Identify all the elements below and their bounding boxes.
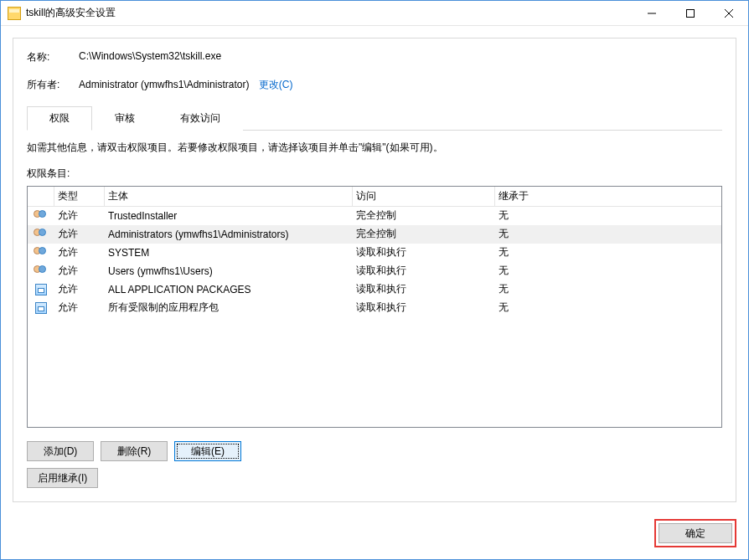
edit-button[interactable]: 编辑(E) bbox=[174, 441, 241, 461]
tab-strip: 权限 审核 有效访问 bbox=[27, 105, 722, 131]
cell-access: 完全控制 bbox=[353, 208, 495, 223]
list-header: 类型 主体 访问 继承于 bbox=[28, 187, 721, 207]
tab-permissions[interactable]: 权限 bbox=[27, 106, 92, 131]
col-access[interactable]: 访问 bbox=[353, 187, 495, 206]
content-area: 名称: C:\Windows\System32\tskill.exe 所有者: … bbox=[1, 26, 748, 514]
cell-principal: Administrators (ymwfhs1\Administrators) bbox=[105, 229, 353, 240]
col-icon bbox=[28, 187, 54, 206]
cell-inherit: 无 bbox=[495, 282, 721, 296]
col-principal[interactable]: 主体 bbox=[105, 187, 353, 206]
table-row[interactable]: 允许Administrators (ymwfhs1\Administrators… bbox=[28, 225, 721, 244]
list-body: 允许TrustedInstaller完全控制无允许Administrators … bbox=[28, 207, 721, 427]
cell-type: 允许 bbox=[54, 245, 105, 259]
entries-label: 权限条目: bbox=[27, 167, 722, 181]
cell-access: 读取和执行 bbox=[353, 301, 495, 315]
cell-access: 完全控制 bbox=[353, 227, 495, 241]
table-row[interactable]: 允许SYSTEM读取和执行无 bbox=[28, 244, 721, 262]
enable-inherit-button[interactable]: 启用继承(I) bbox=[27, 468, 98, 488]
advanced-security-window: tskill的高级安全设置 名称: C:\Windows\System32\ts… bbox=[0, 0, 749, 560]
name-row: 名称: C:\Windows\System32\tskill.exe bbox=[27, 50, 722, 64]
cell-type: 允许 bbox=[54, 282, 105, 296]
appx-icon bbox=[28, 302, 54, 314]
cell-principal: ALL APPLICATION PACKAGES bbox=[105, 284, 353, 295]
owner-label: 所有者: bbox=[27, 78, 79, 92]
close-button[interactable] bbox=[710, 1, 748, 26]
cell-principal: TrustedInstaller bbox=[105, 210, 353, 222]
dialog-footer: 确定 bbox=[1, 514, 748, 559]
add-button[interactable]: 添加(D) bbox=[27, 441, 94, 461]
name-value: C:\Windows\System32\tskill.exe bbox=[79, 50, 221, 64]
window-title: tskill的高级安全设置 bbox=[26, 6, 633, 20]
col-inherit[interactable]: 继承于 bbox=[495, 187, 721, 206]
permissions-list[interactable]: 类型 主体 访问 继承于 允许TrustedInstaller完全控制无允许Ad… bbox=[27, 186, 722, 428]
tab-effective-access[interactable]: 有效访问 bbox=[158, 106, 243, 131]
svg-rect-0 bbox=[687, 9, 695, 17]
window-controls bbox=[633, 1, 748, 26]
table-row[interactable]: 允许TrustedInstaller完全控制无 bbox=[28, 207, 721, 225]
users-icon bbox=[28, 247, 54, 259]
name-label: 名称: bbox=[27, 50, 79, 64]
cell-access: 读取和执行 bbox=[353, 264, 495, 278]
minimize-button[interactable] bbox=[633, 1, 671, 26]
content-frame: 名称: C:\Windows\System32\tskill.exe 所有者: … bbox=[13, 38, 736, 502]
remove-button[interactable]: 删除(R) bbox=[101, 441, 168, 461]
ok-button[interactable]: 确定 bbox=[659, 523, 732, 543]
users-icon bbox=[28, 210, 54, 222]
cell-principal: Users (ymwfhs1\Users) bbox=[105, 265, 353, 277]
tab-audit[interactable]: 审核 bbox=[92, 106, 158, 131]
owner-value: Administrator (ymwfhs1\Administrator) 更改… bbox=[79, 78, 292, 92]
cell-type: 允许 bbox=[54, 208, 105, 223]
cell-access: 读取和执行 bbox=[353, 245, 495, 259]
maximize-button[interactable] bbox=[671, 1, 710, 26]
users-icon bbox=[28, 229, 54, 240]
action-row-2: 启用继承(I) bbox=[27, 468, 722, 488]
cell-access: 读取和执行 bbox=[353, 282, 495, 296]
cell-inherit: 无 bbox=[495, 245, 721, 259]
change-owner-link[interactable]: 更改(C) bbox=[259, 79, 293, 90]
cell-type: 允许 bbox=[54, 301, 105, 315]
folder-icon bbox=[8, 7, 21, 20]
cell-inherit: 无 bbox=[495, 208, 721, 223]
table-row[interactable]: 允许Users (ymwfhs1\Users)读取和执行无 bbox=[28, 262, 721, 280]
action-row-1: 添加(D) 删除(R) 编辑(E) bbox=[27, 441, 722, 461]
appx-icon bbox=[28, 284, 54, 295]
cell-inherit: 无 bbox=[495, 227, 721, 241]
table-row[interactable]: 允许ALL APPLICATION PACKAGES读取和执行无 bbox=[28, 280, 721, 299]
titlebar[interactable]: tskill的高级安全设置 bbox=[1, 1, 748, 26]
table-row[interactable]: 允许所有受限制的应用程序包读取和执行无 bbox=[28, 299, 721, 317]
cell-type: 允许 bbox=[54, 227, 105, 241]
cell-inherit: 无 bbox=[495, 264, 721, 278]
owner-row: 所有者: Administrator (ymwfhs1\Administrato… bbox=[27, 78, 722, 92]
users-icon bbox=[28, 265, 54, 277]
cell-type: 允许 bbox=[54, 264, 105, 278]
col-type[interactable]: 类型 bbox=[54, 187, 105, 206]
cell-principal: 所有受限制的应用程序包 bbox=[105, 301, 353, 315]
cell-principal: SYSTEM bbox=[105, 247, 353, 259]
owner-value-text: Administrator (ymwfhs1\Administrator) bbox=[79, 79, 249, 90]
ok-highlight: 确定 bbox=[654, 519, 736, 547]
cell-inherit: 无 bbox=[495, 301, 721, 315]
instruction-text: 如需其他信息，请双击权限项目。若要修改权限项目，请选择该项目并单击"编辑"(如果… bbox=[27, 141, 722, 155]
